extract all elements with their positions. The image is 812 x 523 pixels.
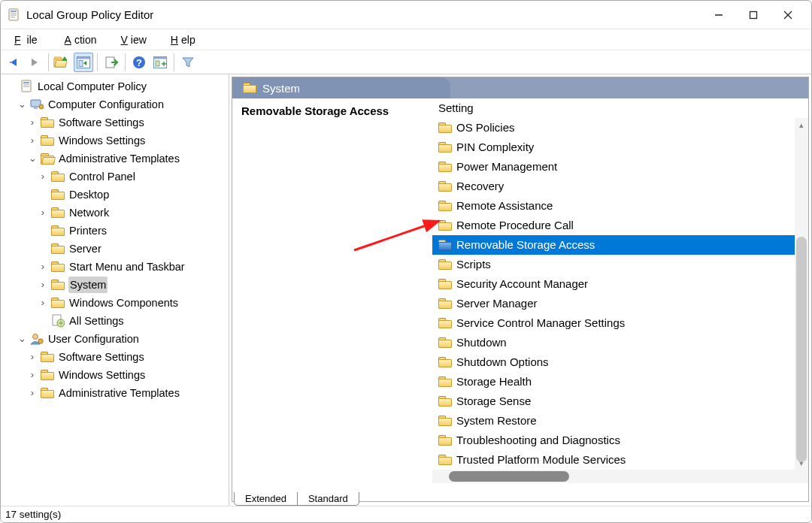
list-item[interactable]: Service Control Manager Settings [432,313,808,333]
show-hide-tree-button[interactable] [74,53,93,72]
chevron-down-icon[interactable]: ⌄ [17,331,26,347]
menu-view[interactable]: View [115,32,150,47]
tree-software-settings[interactable]: ›Software Settings [26,113,229,132]
tree-user-config[interactable]: ⌄ User Configuration [16,330,229,348]
tab-standard[interactable]: Standard [297,492,359,506]
tree-computer-config[interactable]: ⌄ Computer Configuration [16,95,229,113]
tree-pane[interactable]: ⌄ Local Computer Policy ⌄ Computer Confi… [1,74,229,506]
list-item[interactable]: Security Account Manager [432,274,808,294]
chevron-right-icon[interactable]: › [38,277,47,293]
setting-items[interactable]: OS PoliciesPIN ComplexityPower Managemen… [432,118,808,470]
list-item[interactable]: Server Manager [432,294,808,313]
list-item[interactable]: Shutdown Options [432,352,808,372]
folder-icon [41,368,54,382]
tree-windows-settings-user[interactable]: ›Windows Settings [26,366,229,384]
list-item[interactable]: Shutdown [432,333,808,352]
list-item-label: System Restore [456,413,537,429]
list-item[interactable]: Remote Procedure Call [432,216,808,235]
vertical-scrollbar[interactable]: ▴ ▾ [795,118,808,470]
chevron-down-icon[interactable]: ⌄ [28,150,37,167]
status-bar: 17 setting(s) [1,506,811,522]
maximize-button[interactable] [736,2,771,29]
horizontal-scrollbar[interactable] [432,470,808,483]
list-item[interactable]: Power Management [432,157,808,177]
folder-icon [438,375,452,388]
menu-help[interactable]: Help [165,32,198,47]
right-pane-body: Removable Storage Access Setting OS Poli… [232,98,808,483]
list-item[interactable]: Recovery [432,177,808,196]
tree-admin-templates-user[interactable]: ›Administrative Templates [26,384,229,402]
tree-admin-templates[interactable]: ⌄Administrative Templates [26,150,229,168]
chevron-right-icon[interactable]: › [28,367,37,383]
chevron-right-icon[interactable]: › [38,168,47,185]
app-icon [7,8,20,22]
export-button[interactable] [102,53,121,72]
tree-software-settings-user[interactable]: ›Software Settings [26,348,229,366]
list-item[interactable]: Removable Storage Access [432,235,808,255]
chevron-down-icon[interactable]: ⌄ [17,96,26,113]
folder-icon [51,188,65,201]
back-button[interactable] [4,53,23,72]
column-header-setting[interactable]: Setting [432,98,792,118]
list-item-label: Recovery [456,178,504,195]
list-item[interactable]: PIN Complexity [432,138,808,157]
chevron-right-icon[interactable]: › [38,258,47,275]
tree-label: Software Settings [58,349,145,365]
minimize-button[interactable] [701,2,736,29]
menu-action[interactable]: Action [59,32,100,47]
chevron-right-icon[interactable]: › [38,204,47,221]
list-item[interactable]: System Restore [432,411,808,431]
up-button[interactable] [53,53,72,72]
chevron-right-icon[interactable]: › [28,349,37,365]
help-button[interactable]: ? [129,53,149,72]
scroll-up-icon[interactable]: ▴ [795,118,808,132]
tree-server[interactable]: ›Server [37,240,229,258]
chevron-right-icon[interactable]: › [28,114,37,131]
scroll-thumb-h[interactable] [449,471,569,482]
tree-root[interactable]: ⌄ Local Computer Policy [5,77,229,95]
svg-rect-17 [154,56,167,59]
folder-icon [51,224,65,237]
list-item[interactable]: Scripts [432,255,808,274]
tree-label: Control Panel [68,168,136,185]
forward-button[interactable] [25,53,44,72]
chevron-right-icon[interactable]: › [28,385,37,401]
tree-label: Windows Settings [58,367,146,383]
folder-icon [438,199,452,213]
scroll-thumb[interactable] [796,237,807,462]
tree-windows-components[interactable]: ›Windows Components [37,294,229,312]
folder-icon [438,395,452,408]
list-item[interactable]: Trusted Platform Module Services [432,450,808,470]
list-item-label: Troubleshooting and Diagnostics [456,432,620,449]
list-item[interactable]: Storage Sense [432,391,808,411]
tree-system[interactable]: ›System [37,276,229,294]
scroll-track[interactable] [795,132,808,456]
tree-windows-settings[interactable]: ›Windows Settings [26,132,229,150]
status-text: 17 setting(s) [5,509,61,520]
list-item[interactable]: Storage Health [432,372,808,391]
list-item-label: Removable Storage Access [456,237,595,253]
list-item-label: Scripts [456,256,491,273]
tree-all-settings[interactable]: ›All Settings [37,312,229,330]
tree-start-menu[interactable]: ›Start Menu and Taskbar [37,258,229,276]
filter-button[interactable] [178,53,198,72]
properties-button[interactable] [150,53,170,72]
chevron-right-icon[interactable]: › [28,132,37,149]
tree-network[interactable]: ›Network [37,204,229,222]
svg-point-29 [38,339,43,343]
selected-item-name: Removable Storage Access [241,104,389,117]
menu-file[interactable]: File [8,32,44,47]
chevron-right-icon[interactable]: › [38,295,47,311]
tree-desktop[interactable]: ›Desktop [37,186,229,204]
list-item[interactable]: OS Policies [432,118,808,138]
tree-control-panel[interactable]: ›Control Panel [37,168,229,186]
list-item[interactable]: Troubleshooting and Diagnostics [432,431,808,450]
list-item[interactable]: Remote Assistance [432,196,808,216]
right-pane-title: System [262,82,300,95]
svg-rect-3 [11,14,17,16]
folder-open-icon [41,152,54,165]
folder-icon [41,116,54,129]
tab-extended[interactable]: Extended [234,492,298,506]
close-button[interactable] [771,2,805,29]
tree-printers[interactable]: ›Printers [37,222,229,240]
